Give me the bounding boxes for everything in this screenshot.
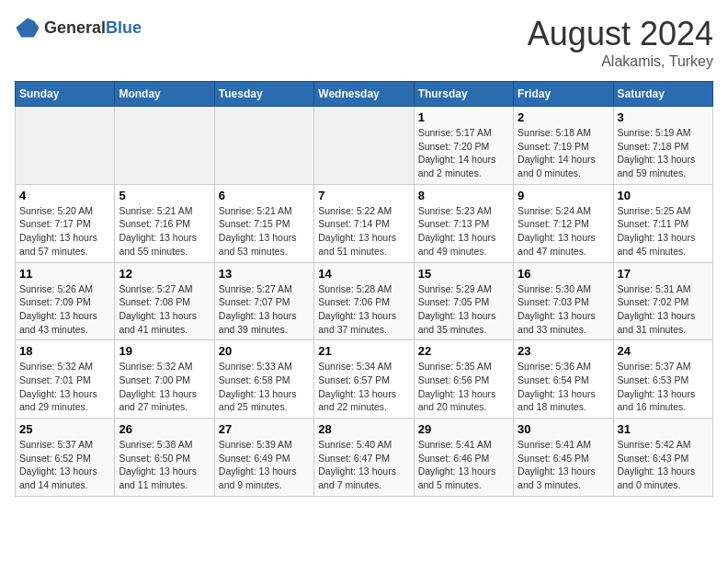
calendar-cell: 6Sunrise: 5:21 AMSunset: 7:15 PMDaylight…	[214, 184, 313, 262]
calendar-table: SundayMondayTuesdayWednesdayThursdayFrid…	[15, 81, 713, 497]
calendar-cell: 3Sunrise: 5:19 AMSunset: 7:18 PMDaylight…	[613, 107, 712, 185]
calendar-cell: 12Sunrise: 5:27 AMSunset: 7:08 PMDayligh…	[115, 262, 214, 340]
cell-content: Sunrise: 5:26 AMSunset: 7:09 PMDaylight:…	[19, 282, 110, 337]
cell-content: Sunrise: 5:30 AMSunset: 7:03 PMDaylight:…	[518, 282, 609, 337]
calendar-cell: 14Sunrise: 5:28 AMSunset: 7:06 PMDayligh…	[314, 262, 414, 340]
cell-content: Sunrise: 5:40 AMSunset: 6:47 PMDaylight:…	[318, 438, 409, 492]
cell-content: Sunrise: 5:17 AMSunset: 7:20 PMDaylight:…	[418, 126, 509, 180]
cell-content: Sunrise: 5:39 AMSunset: 6:49 PMDaylight:…	[219, 438, 310, 492]
cell-content: Sunrise: 5:22 AMSunset: 7:14 PMDaylight:…	[318, 204, 409, 259]
cell-content: Sunrise: 5:37 AMSunset: 6:53 PMDaylight:…	[618, 360, 709, 414]
main-title: August 2024	[528, 15, 713, 53]
day-number: 3	[618, 110, 709, 124]
calendar-cell: 8Sunrise: 5:23 AMSunset: 7:13 PMDaylight…	[414, 184, 513, 262]
day-number: 31	[618, 422, 709, 436]
week-row-4: 18Sunrise: 5:32 AMSunset: 7:01 PMDayligh…	[16, 340, 713, 419]
week-row-5: 25Sunrise: 5:37 AMSunset: 6:52 PMDayligh…	[16, 419, 713, 497]
day-number: 13	[219, 267, 310, 281]
calendar-cell: 11Sunrise: 5:26 AMSunset: 7:09 PMDayligh…	[16, 262, 115, 340]
day-number: 19	[119, 344, 210, 358]
day-number: 14	[318, 267, 409, 281]
day-number: 16	[518, 267, 609, 281]
cell-content: Sunrise: 5:19 AMSunset: 7:18 PMDaylight:…	[618, 126, 709, 180]
calendar-cell: 30Sunrise: 5:41 AMSunset: 6:45 PMDayligh…	[514, 419, 613, 497]
calendar-cell	[314, 107, 414, 185]
page-header: GeneralBlue August 2024 Alakamis, Turkey	[15, 15, 713, 70]
day-header-friday: Friday	[514, 82, 613, 107]
calendar-cell: 15Sunrise: 5:29 AMSunset: 7:05 PMDayligh…	[414, 262, 513, 340]
calendar-cell: 28Sunrise: 5:40 AMSunset: 6:47 PMDayligh…	[314, 419, 414, 497]
day-number: 30	[518, 422, 609, 436]
week-row-2: 4Sunrise: 5:20 AMSunset: 7:17 PMDaylight…	[16, 184, 713, 262]
calendar-cell: 5Sunrise: 5:21 AMSunset: 7:16 PMDaylight…	[115, 184, 214, 262]
day-number: 23	[518, 344, 609, 358]
day-header-monday: Monday	[115, 82, 214, 107]
day-number: 20	[219, 344, 310, 358]
day-number: 26	[119, 422, 210, 436]
day-number: 25	[19, 422, 110, 436]
cell-content: Sunrise: 5:32 AMSunset: 7:01 PMDaylight:…	[19, 360, 110, 414]
calendar-cell: 4Sunrise: 5:20 AMSunset: 7:17 PMDaylight…	[16, 184, 115, 262]
calendar-cell: 1Sunrise: 5:17 AMSunset: 7:20 PMDaylight…	[414, 107, 513, 185]
day-number: 15	[418, 267, 509, 281]
cell-content: Sunrise: 5:41 AMSunset: 6:45 PMDaylight:…	[518, 438, 609, 492]
cell-content: Sunrise: 5:38 AMSunset: 6:50 PMDaylight:…	[119, 438, 210, 492]
cell-content: Sunrise: 5:23 AMSunset: 7:13 PMDaylight:…	[418, 204, 509, 259]
calendar-cell: 10Sunrise: 5:25 AMSunset: 7:11 PMDayligh…	[613, 184, 712, 262]
calendar-cell: 2Sunrise: 5:18 AMSunset: 7:19 PMDaylight…	[514, 107, 613, 185]
calendar-cell: 17Sunrise: 5:31 AMSunset: 7:02 PMDayligh…	[613, 262, 712, 340]
calendar-cell: 21Sunrise: 5:34 AMSunset: 6:57 PMDayligh…	[314, 340, 414, 419]
day-number: 21	[318, 344, 409, 358]
day-number: 2	[518, 110, 609, 124]
week-row-1: 1Sunrise: 5:17 AMSunset: 7:20 PMDaylight…	[16, 107, 713, 185]
day-number: 29	[418, 422, 509, 436]
calendar-cell: 31Sunrise: 5:42 AMSunset: 6:43 PMDayligh…	[613, 419, 712, 497]
day-number: 1	[418, 110, 509, 124]
cell-content: Sunrise: 5:28 AMSunset: 7:06 PMDaylight:…	[318, 282, 409, 337]
cell-content: Sunrise: 5:25 AMSunset: 7:11 PMDaylight:…	[618, 204, 709, 259]
day-number: 7	[318, 189, 409, 202]
calendar-cell: 20Sunrise: 5:33 AMSunset: 6:58 PMDayligh…	[214, 340, 313, 419]
cell-content: Sunrise: 5:20 AMSunset: 7:17 PMDaylight:…	[19, 204, 110, 259]
day-header-tuesday: Tuesday	[214, 82, 313, 107]
cell-content: Sunrise: 5:29 AMSunset: 7:05 PMDaylight:…	[418, 282, 509, 337]
day-header-saturday: Saturday	[613, 82, 712, 107]
day-number: 22	[418, 344, 509, 358]
cell-content: Sunrise: 5:41 AMSunset: 6:46 PMDaylight:…	[418, 438, 509, 492]
day-number: 8	[418, 189, 509, 202]
cell-content: Sunrise: 5:35 AMSunset: 6:56 PMDaylight:…	[418, 360, 509, 414]
calendar-cell: 18Sunrise: 5:32 AMSunset: 7:01 PMDayligh…	[16, 340, 115, 419]
calendar-cell: 16Sunrise: 5:30 AMSunset: 7:03 PMDayligh…	[514, 262, 613, 340]
day-header-wednesday: Wednesday	[314, 82, 414, 107]
calendar-cell	[214, 107, 313, 185]
cell-content: Sunrise: 5:18 AMSunset: 7:19 PMDaylight:…	[518, 126, 609, 180]
calendar-cell	[16, 107, 115, 185]
cell-content: Sunrise: 5:33 AMSunset: 6:58 PMDaylight:…	[219, 360, 310, 414]
day-number: 17	[618, 267, 709, 281]
day-number: 11	[19, 267, 110, 281]
day-header-thursday: Thursday	[414, 82, 513, 107]
days-header-row: SundayMondayTuesdayWednesdayThursdayFrid…	[16, 82, 713, 107]
calendar-cell: 13Sunrise: 5:27 AMSunset: 7:07 PMDayligh…	[214, 262, 313, 340]
cell-content: Sunrise: 5:27 AMSunset: 7:07 PMDaylight:…	[219, 282, 310, 337]
cell-content: Sunrise: 5:37 AMSunset: 6:52 PMDaylight:…	[19, 438, 110, 492]
calendar-cell: 29Sunrise: 5:41 AMSunset: 6:46 PMDayligh…	[414, 419, 513, 497]
cell-content: Sunrise: 5:34 AMSunset: 6:57 PMDaylight:…	[318, 360, 409, 414]
calendar-cell: 22Sunrise: 5:35 AMSunset: 6:56 PMDayligh…	[414, 340, 513, 419]
cell-content: Sunrise: 5:21 AMSunset: 7:16 PMDaylight:…	[119, 204, 210, 259]
week-row-3: 11Sunrise: 5:26 AMSunset: 7:09 PMDayligh…	[16, 262, 713, 340]
calendar-cell: 9Sunrise: 5:24 AMSunset: 7:12 PMDaylight…	[514, 184, 613, 262]
day-number: 6	[219, 189, 310, 202]
calendar-cell: 24Sunrise: 5:37 AMSunset: 6:53 PMDayligh…	[613, 340, 712, 419]
day-number: 27	[219, 422, 310, 436]
subtitle: Alakamis, Turkey	[528, 53, 713, 70]
cell-content: Sunrise: 5:21 AMSunset: 7:15 PMDaylight:…	[219, 204, 310, 259]
day-number: 5	[119, 189, 210, 202]
cell-content: Sunrise: 5:42 AMSunset: 6:43 PMDaylight:…	[618, 438, 709, 492]
day-number: 18	[19, 344, 110, 358]
cell-content: Sunrise: 5:24 AMSunset: 7:12 PMDaylight:…	[518, 204, 609, 259]
day-number: 10	[618, 189, 709, 202]
cell-content: Sunrise: 5:31 AMSunset: 7:02 PMDaylight:…	[618, 282, 709, 337]
calendar-cell: 19Sunrise: 5:32 AMSunset: 7:00 PMDayligh…	[115, 340, 214, 419]
day-number: 28	[318, 422, 409, 436]
